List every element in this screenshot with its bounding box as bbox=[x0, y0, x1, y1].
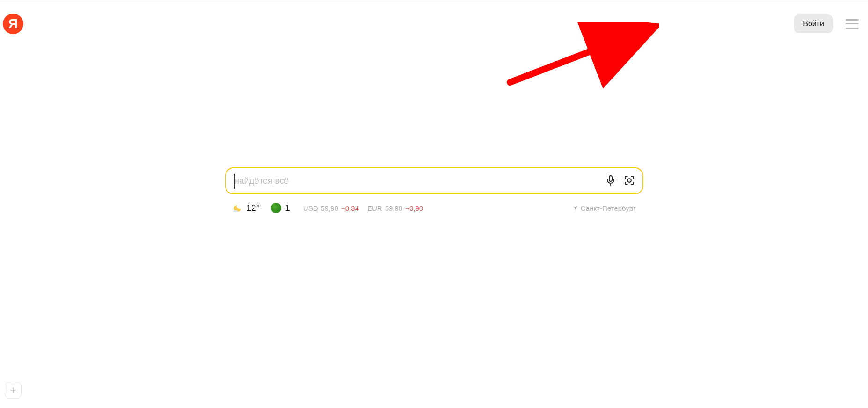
traffic-level: 1 bbox=[285, 203, 290, 213]
login-label: Войти bbox=[803, 20, 824, 28]
center-content: 12° 1 USD 59,90 −0,34 EUR 59,90 −0,90 Са… bbox=[225, 167, 643, 213]
svg-line-4 bbox=[510, 31, 644, 82]
currency-value: 59,90 bbox=[385, 204, 403, 212]
currency-delta: −0,34 bbox=[341, 204, 359, 212]
add-widget-button[interactable]: + bbox=[5, 382, 22, 399]
menu-button[interactable] bbox=[846, 18, 859, 29]
voice-search-button[interactable] bbox=[604, 174, 617, 187]
login-button[interactable]: Войти bbox=[794, 14, 833, 33]
svg-rect-0 bbox=[609, 176, 612, 181]
rate-eur[interactable]: EUR 59,90 −0,90 bbox=[367, 204, 423, 212]
hamburger-icon bbox=[846, 19, 859, 21]
image-search-button[interactable] bbox=[623, 174, 636, 187]
plus-icon: + bbox=[10, 384, 16, 396]
search-icons bbox=[604, 174, 636, 187]
svg-point-3 bbox=[233, 210, 237, 212]
currency-value: 59,90 bbox=[321, 204, 338, 212]
weather-widget[interactable]: 12° bbox=[233, 203, 260, 213]
rate-usd[interactable]: USD 59,90 −0,34 bbox=[303, 204, 359, 212]
traffic-widget[interactable]: 1 bbox=[271, 203, 290, 213]
svg-point-2 bbox=[627, 179, 631, 182]
search-input[interactable] bbox=[234, 168, 604, 193]
location-text: Санкт-Петербург bbox=[581, 204, 636, 212]
traffic-icon bbox=[271, 203, 281, 213]
microphone-icon bbox=[605, 175, 616, 187]
search-box bbox=[225, 167, 643, 194]
currency-delta: −0,90 bbox=[405, 204, 423, 212]
location-link[interactable]: Санкт-Петербург bbox=[572, 204, 636, 212]
top-separator bbox=[0, 0, 868, 0]
temperature-value: 12° bbox=[247, 203, 260, 213]
info-bar: 12° 1 USD 59,90 −0,34 EUR 59,90 −0,90 Са… bbox=[225, 203, 643, 213]
hamburger-icon bbox=[846, 28, 859, 29]
currency-label: USD bbox=[303, 204, 318, 212]
camera-lens-icon bbox=[623, 174, 635, 188]
logo-letter: Я bbox=[8, 16, 18, 31]
yandex-logo[interactable]: Я bbox=[3, 14, 23, 34]
moon-icon bbox=[233, 203, 243, 213]
text-cursor bbox=[234, 174, 235, 189]
currency-label: EUR bbox=[367, 204, 382, 212]
location-icon bbox=[572, 205, 578, 211]
annotation-arrow bbox=[500, 22, 659, 93]
hamburger-icon bbox=[846, 23, 859, 25]
